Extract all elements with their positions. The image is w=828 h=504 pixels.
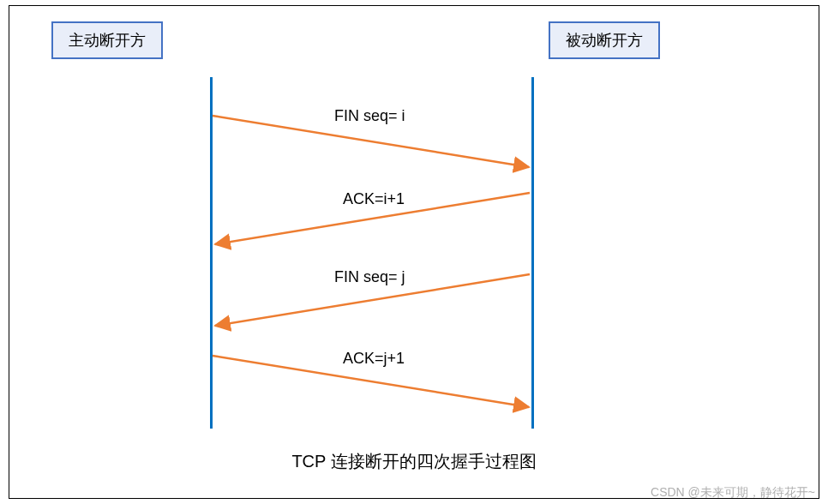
msg-label-2: ACK=i+1 [343,190,405,208]
actor-passive: 被动断开方 [549,21,660,59]
watermark-text: CSDN @未来可期，静待花开~ [651,485,815,501]
lifeline-passive [531,77,534,429]
msg-label-4: ACK=j+1 [343,350,405,368]
msg-label-1: FIN seq= i [334,107,405,125]
diagram-caption: TCP 连接断开的四次握手过程图 [0,450,828,473]
diagram-frame [9,5,819,499]
actor-active: 主动断开方 [51,21,163,59]
lifeline-active [210,77,213,429]
msg-label-3: FIN seq= j [334,268,405,286]
